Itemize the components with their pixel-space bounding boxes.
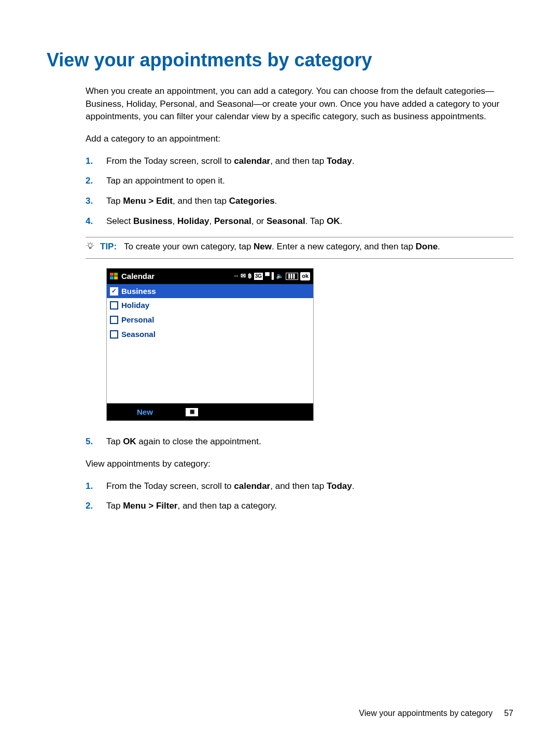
category-row-holiday[interactable]: Holiday bbox=[107, 298, 313, 313]
step-number: 1. bbox=[86, 480, 93, 493]
step-number: 5. bbox=[86, 435, 93, 448]
step-2: 2. Tap an appointment to open it. bbox=[86, 175, 513, 188]
page-footer: View your appointments by category 57 bbox=[359, 707, 513, 719]
page-number: 57 bbox=[504, 709, 513, 718]
page-heading: View your appointments by category bbox=[47, 47, 513, 74]
checkbox-icon[interactable] bbox=[110, 316, 118, 324]
tip-callout: TIP: To create your own category, tap Ne… bbox=[86, 237, 513, 259]
step-number: 1. bbox=[86, 155, 93, 168]
step-text: Tap an appointment to open it. bbox=[106, 176, 225, 186]
category-row-seasonal[interactable]: Seasonal bbox=[107, 327, 313, 342]
step-number: 4. bbox=[86, 215, 93, 228]
step-number: 2. bbox=[86, 500, 93, 513]
step-1: 1. From the Today screen, scroll to cale… bbox=[86, 480, 513, 493]
new-button[interactable]: New bbox=[137, 406, 153, 418]
bold-calendar: calendar bbox=[234, 156, 270, 166]
svg-rect-6 bbox=[90, 248, 91, 249]
titlebar: Calendar ◦◦ ✉ ฿ 3G ▀▐ 🔈 ▌▌▌ ok bbox=[107, 269, 313, 284]
category-label: Personal bbox=[121, 314, 154, 326]
add-category-steps: 1. From the Today screen, scroll to cale… bbox=[86, 155, 513, 228]
footer-section-title: View your appointments by category bbox=[359, 709, 493, 718]
signal-icon: ▀▐ bbox=[265, 272, 274, 280]
step-1: 1. From the Today screen, scroll to cale… bbox=[86, 155, 513, 168]
svg-point-0 bbox=[88, 244, 92, 248]
add-category-title: Add a category to an appointment: bbox=[86, 133, 513, 146]
step-2: 2. Tap Menu > Filter, and then tap a cat… bbox=[86, 500, 513, 513]
tip-label: TIP: bbox=[100, 242, 117, 251]
step-number: 2. bbox=[86, 175, 93, 188]
volume-icon: 🔈 bbox=[276, 272, 284, 280]
lightbulb-icon bbox=[86, 241, 96, 255]
voicemail-icon: ◦◦ bbox=[234, 272, 239, 280]
calendar-categories-screenshot: Calendar ◦◦ ✉ ฿ 3G ▀▐ 🔈 ▌▌▌ ok ✓ Busines… bbox=[106, 268, 314, 421]
bluetooth-icon: ฿ bbox=[248, 272, 252, 280]
tip-text: TIP: To create your own category, tap Ne… bbox=[100, 241, 440, 254]
keyboard-icon[interactable]: ▦ bbox=[186, 408, 198, 416]
categories-list: ✓ Business Holiday Personal Seasonal bbox=[107, 284, 313, 403]
windows-flag-icon bbox=[110, 273, 118, 280]
step-number: 3. bbox=[86, 195, 93, 208]
bold-categories: Categories bbox=[229, 196, 275, 206]
view-by-category-title: View appointments by category: bbox=[86, 458, 513, 471]
svg-line-5 bbox=[92, 243, 93, 244]
category-label: Seasonal bbox=[121, 329, 156, 340]
status-icons: ◦◦ ✉ ฿ 3G ▀▐ 🔈 ▌▌▌ ok bbox=[234, 272, 310, 280]
titlebar-title: Calendar bbox=[121, 271, 155, 282]
intro-paragraph: When you create an appointment, you can … bbox=[86, 85, 513, 123]
bottom-bar: New ▦ bbox=[107, 403, 313, 421]
step-4: 4. Select Business, Holiday, Personal, o… bbox=[86, 215, 513, 228]
checkbox-icon[interactable] bbox=[110, 301, 118, 310]
step-3: 3. Tap Menu > Edit, and then tap Categor… bbox=[86, 195, 513, 208]
checkbox-icon[interactable] bbox=[110, 330, 118, 339]
category-label: Business bbox=[121, 286, 156, 297]
category-row-business[interactable]: ✓ Business bbox=[107, 284, 313, 299]
category-row-personal[interactable]: Personal bbox=[107, 313, 313, 327]
mail-icon: ✉ bbox=[241, 272, 246, 280]
view-by-category-steps: 1. From the Today screen, scroll to cale… bbox=[86, 480, 513, 513]
svg-line-4 bbox=[88, 243, 88, 244]
bold-menu-edit: Menu > Edit bbox=[123, 196, 173, 206]
ok-button[interactable]: ok bbox=[300, 272, 310, 280]
add-category-step-5: 5. Tap OK again to close the appointment… bbox=[86, 435, 513, 448]
category-label: Holiday bbox=[121, 300, 149, 311]
network-3g-icon: 3G bbox=[254, 273, 263, 280]
checkbox-checked-icon[interactable]: ✓ bbox=[110, 287, 118, 296]
battery-icon: ▌▌▌ bbox=[286, 273, 298, 280]
step-5: 5. Tap OK again to close the appointment… bbox=[86, 435, 513, 448]
bold-today: Today bbox=[327, 156, 352, 166]
step-text: From the Today screen, scroll to bbox=[106, 156, 234, 166]
